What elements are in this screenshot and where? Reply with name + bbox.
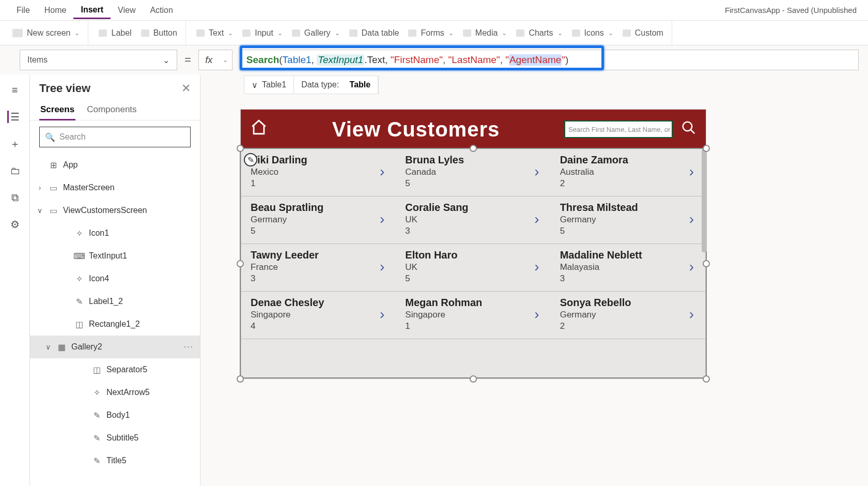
menubar: File Home Insert View Action FirstCanvas… [0,0,868,21]
tree-node-Rectangle1_2[interactable]: ◫Rectangle1_2 [30,313,200,336]
tree-node-Subtitle5[interactable]: ✎Subtitle5 [30,427,200,449]
expand-icon[interactable]: › [36,184,43,192]
preview-search-input[interactable]: Search First Name, Last Name, or Age [564,120,673,138]
gallery-icon [292,29,300,37]
gallery-row: Beau SpratlingGermany5›Coralie SangUK3›T… [241,196,705,244]
charts-dropdown[interactable]: Charts⌄ [513,26,565,40]
magnifier-icon[interactable] [681,120,696,139]
menu-home[interactable]: Home [37,3,74,18]
gallery-card[interactable]: Elton HaroUK5› [396,244,550,291]
home-icon[interactable] [250,118,268,140]
input-icon [242,29,251,37]
card-name: Beau Spratling [251,202,386,214]
text-dropdown[interactable]: Text⌄ [193,26,236,40]
gallery-card[interactable]: Tawny LeederFrance3› [241,244,396,291]
text-icon [196,29,205,37]
data-table-button[interactable]: Data table [346,26,402,40]
more-icon[interactable]: ··· [184,342,194,352]
tree-node-Icon4[interactable]: ✧Icon4 [30,267,200,290]
gallery-card[interactable]: Beau SpratlingGermany5› [241,196,396,244]
card-name: Coralie Sang [405,202,541,214]
edit-pencil-icon[interactable]: ✎ [244,153,257,166]
menu-view[interactable]: View [111,3,143,18]
node-label: Gallery2 [71,342,102,352]
screen-icon [12,29,23,37]
chevron-right-icon[interactable]: › [534,259,539,275]
gallery-card[interactable]: Daine ZamoraAustralia2› [551,149,705,196]
gallery-selection[interactable]: Viki DarlingMexico1›Bruna LylesCanada5›D… [241,149,706,378]
custom-button[interactable]: Custom [619,26,667,40]
tree-node-Label1_2[interactable]: ✎Label1_2 [30,290,200,313]
tree-node-Separator5[interactable]: ◫Separator5 [30,358,200,381]
ribbon: New screen⌄ Label Button Text⌄ Input⌄ Ga… [0,21,868,45]
input-dropdown[interactable]: Input⌄ [239,26,286,40]
property-bar: Items ⌄ = fx ⌄ Search(Table1, TextInput1… [0,45,868,74]
button-button[interactable]: Button [138,26,180,40]
tree-node-Title5[interactable]: ✎Title5 [30,449,200,472]
chevron-down-icon: ⌄ [163,55,169,65]
gallery-card[interactable]: Coralie SangUK3› [396,196,550,244]
gallery-card[interactable]: Thresa MilsteadGermany5› [551,196,705,244]
card-name: Thresa Milstead [560,202,696,214]
close-panel-button[interactable]: ✕ [181,82,191,95]
node-type-icon: ▭ [48,206,59,215]
insert-icon[interactable]: ＋ [9,138,21,150]
search-placeholder: Search [59,132,86,142]
node-label: Icon4 [89,274,109,283]
menu-file[interactable]: File [9,3,37,18]
chevron-right-icon[interactable]: › [534,306,539,323]
card-country: Australia [560,167,696,177]
tree-search-input[interactable]: 🔍 Search [39,127,191,147]
advanced-tools-icon[interactable]: ⚙ [9,218,21,231]
gallery-card[interactable]: Madaline NeblettMalayasia3› [551,244,705,291]
tree-node-Body1[interactable]: ✎Body1 [30,404,200,427]
chevron-right-icon[interactable]: › [689,259,694,275]
tree-node-ViewCustomersScreen[interactable]: ∨▭ViewCustomersScreen [30,199,200,222]
tree-node-NextArrow5[interactable]: ✧NextArrow5 [30,381,200,404]
node-label: Icon1 [89,229,109,238]
forms-dropdown[interactable]: Forms⌄ [405,26,456,40]
icons-dropdown[interactable]: Icons⌄ [569,26,616,40]
menu-insert[interactable]: Insert [73,2,111,19]
tree-node-App[interactable]: ⊞App [30,154,200,176]
data-icon[interactable]: 🗀 [9,164,21,177]
tree-node-MasterScreen[interactable]: ›▭MasterScreen [30,176,200,199]
gallery-card[interactable]: Viki DarlingMexico1› [241,149,396,196]
expand-icon[interactable]: ∨ [36,206,43,215]
gallery-card[interactable]: Sonya RebelloGermany2› [551,292,705,339]
chevron-right-icon[interactable]: › [380,163,384,180]
node-label: Label1_2 [89,297,123,306]
gallery-card[interactable]: Bruna LylesCanada5› [396,149,550,196]
hamburger-icon[interactable]: ≡ [9,84,21,96]
gallery-card[interactable]: Megan RohmanSingapore1› [396,292,550,339]
menu-action[interactable]: Action [143,3,180,18]
chevron-right-icon[interactable]: › [534,163,539,180]
expand-icon[interactable]: ∨ [44,343,52,351]
gallery-card[interactable]: Denae ChesleySingapore4› [241,292,396,339]
chevron-right-icon[interactable]: › [689,211,694,227]
media-panel-icon[interactable]: ⧉ [9,191,21,204]
card-name: Elton Haro [405,249,541,261]
gallery-dropdown[interactable]: Gallery⌄ [289,26,343,40]
chevron-right-icon[interactable]: › [380,259,384,275]
new-screen-button[interactable]: New screen⌄ [9,26,83,40]
media-dropdown[interactable]: Media⌄ [460,26,510,40]
fx-expand-button[interactable]: ⌄ [219,50,233,70]
tree-node-Gallery2[interactable]: ∨▦Gallery2··· [30,336,200,358]
chevron-right-icon[interactable]: › [689,306,694,323]
card-name: Daine Zamora [560,154,696,166]
chevron-right-icon[interactable]: › [689,163,694,180]
canvas-area[interactable]: View Customers Search First Name, Last N… [200,74,868,486]
chevron-right-icon[interactable]: › [534,211,539,227]
formula-bar[interactable]: Search(Table1, TextInput1.Text, "FirstNa… [240,50,859,70]
label-button[interactable]: Label [96,26,134,40]
tab-screens[interactable]: Screens [39,100,75,120]
chevron-right-icon[interactable]: › [380,306,384,323]
tree-node-TextInput1[interactable]: ⌨TextInput1 [30,245,200,267]
chevron-right-icon[interactable]: › [380,211,384,227]
tree-node-Icon1[interactable]: ✧Icon1 [30,222,200,245]
scrollbar[interactable] [702,149,707,252]
tab-components[interactable]: Components [86,100,137,120]
tree-view-icon[interactable]: ☰ [7,111,20,123]
property-selector[interactable]: Items ⌄ [20,50,177,70]
